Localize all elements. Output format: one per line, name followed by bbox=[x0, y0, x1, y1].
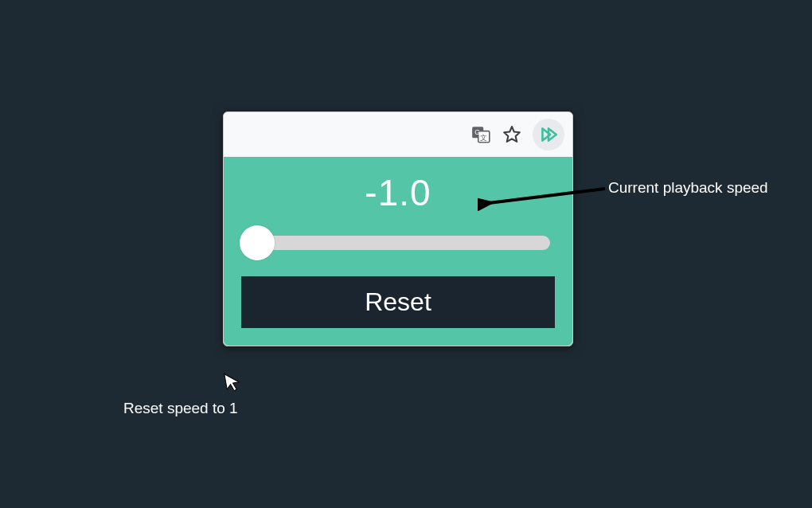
extension-popup: G 文 -1.0 Reset bbox=[223, 111, 573, 346]
slider-track bbox=[246, 236, 550, 250]
annotation-current-speed: Current playback speed bbox=[608, 179, 768, 197]
cursor-icon bbox=[222, 369, 244, 400]
slider-thumb[interactable] bbox=[240, 225, 275, 260]
svg-text:G: G bbox=[474, 128, 480, 136]
current-speed-value: -1.0 bbox=[241, 171, 555, 214]
svg-text:文: 文 bbox=[480, 134, 487, 142]
translate-icon[interactable]: G 文 bbox=[470, 124, 491, 145]
browser-toolbar: G 文 bbox=[224, 112, 572, 157]
speed-control-panel: -1.0 Reset bbox=[224, 157, 572, 346]
extension-icon[interactable] bbox=[533, 119, 564, 150]
star-icon[interactable] bbox=[501, 123, 523, 146]
annotation-reset: Reset speed to 1 bbox=[123, 400, 238, 417]
speed-slider[interactable] bbox=[241, 225, 555, 260]
reset-button[interactable]: Reset bbox=[241, 276, 555, 328]
